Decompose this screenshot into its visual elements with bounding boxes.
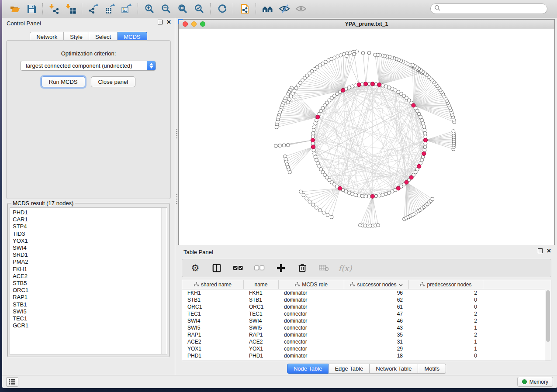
cell-successors: 31 [344,339,409,345]
table-row[interactable]: PHD1PHD1dominator180 [182,352,551,359]
column-header-MCDS-role[interactable]: MCDS role [279,280,344,289]
show-all-icon[interactable] [292,2,309,16]
mcds-result-node[interactable]: PHD1 [13,209,159,216]
function-builder-icon: f(x) [340,262,350,274]
tab-edge-table[interactable]: Edge Table [329,364,370,374]
search-icon [434,5,441,13]
cell-successors: 29 [344,346,409,352]
delete-row-icon[interactable] [297,262,308,274]
columns-icon[interactable] [211,262,222,274]
column-label: successor nodes [357,282,396,288]
float-table-panel-icon[interactable] [538,248,543,253]
network-view-titlebar[interactable]: YPA_prune.txt_1 [179,20,554,29]
table-panel: Table Panel ✕ ⚙f(x) shared namenameMCDS … [178,246,555,388]
column-label: predecessor nodes [427,282,471,288]
cell-predecessors: 1 [409,339,483,345]
mcds-result-node[interactable]: PMA2 [13,258,159,265]
cell-role: dominator [279,332,344,338]
column-header-predecessor-nodes[interactable]: predecessor nodes [409,280,483,289]
mcds-result-node[interactable]: SRD1 [13,251,159,258]
close-panel-button[interactable]: Close panel [91,76,136,87]
tab-network-table[interactable]: Network Table [370,364,418,374]
mcds-result-node[interactable]: SWI4 [13,244,159,251]
column-header-successor-nodes[interactable]: successor nodes [344,280,409,289]
mcds-result-list[interactable]: PHD1CAR1STP4TID3YOX1SWI4SRD1PMA2FKH1ACE2… [10,207,167,355]
export-table-icon[interactable] [102,2,118,16]
deselect-all-icon[interactable] [254,262,265,274]
cell-shared_name: STB1 [182,297,244,303]
table-row[interactable]: SWI5SWI5connector431 [182,324,551,331]
close-table-panel-icon[interactable]: ✕ [547,248,551,253]
table-tabs: Node Table Edge Table Network Table Moti… [178,364,555,374]
save-session-icon[interactable] [23,2,40,16]
export-network-icon[interactable] [85,2,102,16]
table-row[interactable]: RAP1RAP1dominator352 [182,331,551,338]
cell-role: dominator [279,297,344,303]
table-row[interactable]: YOX1YOX1connector291 [182,345,551,352]
mcds-result-node[interactable]: STP4 [13,223,159,230]
close-panel-icon[interactable]: ✕ [166,20,171,24]
table-row[interactable]: ORC1ORC1dominator610 [182,303,551,310]
cell-predecessors: 1 [409,346,483,352]
splitter-grip[interactable] [176,129,177,138]
tab-node-table[interactable]: Node Table [287,364,329,374]
import-network-icon[interactable] [46,2,62,16]
search-box[interactable] [430,3,547,14]
app-manager-button[interactable] [6,377,18,387]
cell-name: SWI4 [244,318,279,324]
network-view-window: YPA_prune.txt_1 [178,19,555,245]
cell-name: ORC1 [244,304,279,310]
select-all-icon[interactable] [233,262,243,274]
tab-motifs[interactable]: Motifs [418,364,446,374]
new-network-from-selection-icon[interactable] [236,2,253,16]
mcds-result-node[interactable]: RAP1 [13,294,159,301]
cell-predecessors: 0 [409,297,483,303]
mcds-result-node[interactable]: CAR1 [13,216,159,223]
table-row[interactable]: TEC1TEC1connector472 [182,310,551,317]
mcds-result-node[interactable]: SWI5 [13,308,159,315]
first-neighbors-icon[interactable] [259,2,276,16]
zoom-fit-icon[interactable] [174,2,191,16]
search-input[interactable] [441,4,547,13]
network-canvas[interactable] [179,29,554,245]
column-header-name[interactable]: name [244,280,279,289]
mcds-result-node[interactable]: FKH1 [13,266,159,273]
memory-button[interactable]: Memory [517,377,553,387]
hide-selected-icon[interactable] [276,2,292,16]
zoom-out-icon[interactable] [158,2,174,16]
optimization-criterion-dropdown[interactable]: largest connected component (undirected) [20,61,156,71]
cell-shared_name: YOX1 [182,346,244,352]
mcds-result-node[interactable]: STB5 [13,280,159,287]
table-scrollbar[interactable] [545,289,551,361]
cell-predecessors: 2 [409,318,483,324]
float-panel-icon[interactable] [158,20,163,24]
import-table-icon[interactable] [62,2,79,16]
run-mcds-button[interactable]: Run MCDS [42,76,85,87]
table-row[interactable]: SWI4SWI4dominator462 [182,317,551,324]
mcds-result-node[interactable]: TID3 [13,230,159,237]
mcds-result-node[interactable]: GCR1 [13,322,159,329]
column-header-shared-name[interactable]: shared name [182,280,244,289]
add-row-icon[interactable] [276,262,286,274]
cell-shared_name: PHD1 [182,353,244,359]
cell-predecessors: 2 [409,311,483,317]
mcds-result-node[interactable]: ORC1 [13,287,159,294]
table-scrollbar-thumb[interactable] [546,290,550,342]
mcds-result-node[interactable]: STB1 [13,301,159,308]
export-image-icon[interactable] [118,2,135,16]
table-row[interactable]: ACE2ACE2connector311 [182,338,551,345]
splitter-grip[interactable] [176,194,177,204]
result-scrollbar[interactable] [161,208,166,354]
toolbar-separator [256,3,256,14]
cell-role: dominator [279,353,344,359]
zoom-selected-icon[interactable] [191,2,208,16]
open-file-icon[interactable] [7,2,23,16]
mcds-result-node[interactable]: YOX1 [13,237,159,244]
mcds-result-node[interactable]: TEC1 [13,315,159,322]
refresh-layout-icon[interactable] [214,2,230,16]
zoom-in-icon[interactable] [141,2,158,16]
gear-icon[interactable]: ⚙ [190,262,201,274]
table-row[interactable]: STB1STB1dominator620 [182,296,551,303]
mcds-result-node[interactable]: ACE2 [13,273,159,280]
table-row[interactable]: FKH1FKH1dominator962 [182,289,551,296]
